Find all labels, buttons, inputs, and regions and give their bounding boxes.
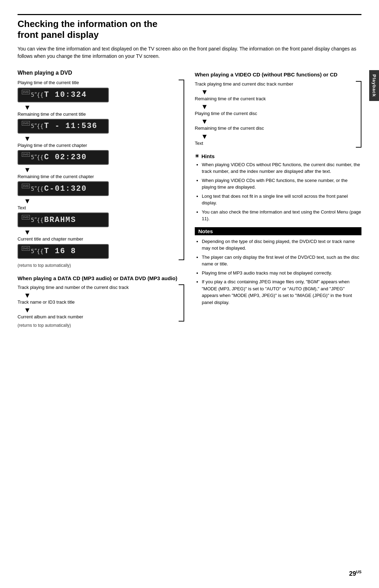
dvd-display-4: DVD 5ʺ{{ C-01:320	[18, 181, 109, 196]
vc-step-3: Playing time of the current disc	[195, 110, 354, 117]
vc-label-2: Remaining time of the current track	[195, 96, 354, 102]
dvd-brace	[179, 80, 184, 260]
dvd-step-6: Current title and chapter number DVD 5ʺ{…	[18, 236, 177, 258]
dvd-display-3: DVD 5ʺ{{ C 02:230	[18, 150, 109, 165]
dvd-step-2: Remaining time of the current title DVD …	[18, 111, 177, 134]
vc-label-1: Track playing time and current disc trac…	[195, 81, 354, 87]
data-step-3: Current album and track number	[18, 314, 177, 320]
lcd-3: C 02:230	[44, 153, 87, 162]
data-cd-brace	[179, 284, 184, 322]
dvd-heading: When playing a DVD	[18, 70, 184, 76]
video-cd-section: When playing a VIDEO CD (without PBC fun…	[195, 71, 361, 147]
notes-section: Notes Depending on the type of disc bein…	[195, 227, 361, 306]
dvd-label-6: Current title and chapter number	[18, 236, 177, 242]
data-cd-flow-steps: Track playing time and number of the cur…	[18, 284, 177, 322]
right-column: When playing a VIDEO CD (without PBC fun…	[195, 66, 361, 327]
two-column-layout: When playing a DVD Playing time of the c…	[18, 66, 361, 327]
dvd-badge-5: DVD	[22, 215, 30, 219]
dvd-badge-2: DVD	[22, 121, 30, 126]
hints-section: Hints When playing VIDEO CDs without PBC…	[195, 153, 361, 222]
arrow-1: ▼	[24, 104, 177, 111]
data-arrow-2: ▼	[24, 306, 177, 313]
signal-4: 5ʺ{{	[31, 185, 44, 192]
dvd-label-5: Text	[18, 205, 177, 211]
hints-title: Hints	[195, 153, 361, 159]
dvd-display-5: DVD 5ʺ{{ BRAHMS	[18, 212, 109, 227]
arrow-5: ▼	[24, 229, 177, 236]
lcd-2: T - 11:536	[44, 122, 98, 130]
note-item-3: Playing time of MP3 audio tracks may not…	[202, 270, 361, 277]
hint-item-2: When playing VIDEO CDs with PBC function…	[202, 177, 361, 191]
vc-arrow-3: ▼	[201, 118, 354, 125]
page-title-section: Checking the information on the front pa…	[18, 14, 361, 40]
lcd-5: BRAHMS	[44, 216, 76, 224]
dvd-display-1: DVD 5ʺ{{ T 10:324	[18, 88, 109, 102]
signal-5: 5ʺ{{	[31, 217, 44, 223]
data-label-1: Track playing time and number of the cur…	[18, 284, 177, 291]
video-cd-brace	[356, 81, 361, 148]
note-item-4: If you play a disc containing JPEG image…	[202, 278, 361, 306]
dvd-section: When playing a DVD Playing time of the c…	[18, 70, 184, 268]
data-arrow-1: ▼	[24, 292, 177, 299]
signal-1: 5ʺ{{	[31, 92, 44, 98]
dvd-badge-6: DVD	[22, 246, 30, 251]
vc-label-5: Text	[195, 140, 354, 147]
data-cd-section: When playing a DATA CD (MP3 audio) or DA…	[18, 275, 184, 328]
dvd-flow-steps: Playing time of the current title DVD 5ʺ…	[18, 80, 177, 260]
hint-item-1: When playing VIDEO CDs without PBC funct…	[202, 161, 361, 175]
vc-step-1: Track playing time and current disc trac…	[195, 81, 354, 87]
arrow-4: ▼	[24, 197, 177, 204]
signal-6: 5ʺ{{	[31, 248, 44, 255]
lcd-1: T 10:324	[44, 90, 87, 99]
note-item-2: The player can only display the first le…	[202, 254, 361, 268]
dvd-label-1: Playing time of the current title	[18, 80, 177, 86]
dvd-display-2: DVD 5ʺ{{ T - 11:536	[18, 119, 109, 134]
vc-step-4: Remaining time of the current disc	[195, 125, 354, 131]
page-container: Playback Checking the information on the…	[0, 0, 379, 588]
notes-list: Depending on the type of disc being play…	[195, 238, 361, 306]
arrow-3: ▼	[24, 166, 177, 173]
data-label-3: Current album and track number	[18, 314, 177, 320]
vc-label-4: Remaining time of the current disc	[195, 125, 354, 131]
notes-title: Notes	[195, 227, 361, 235]
dvd-badge-1: DVD	[22, 90, 30, 94]
dvd-step-5: Text DVD 5ʺ{{ BRAHMS	[18, 205, 177, 227]
hint-item-3: Long text that does not fit in a single …	[202, 193, 361, 207]
vc-arrow-1: ▼	[201, 88, 354, 95]
dvd-label-3: Playing time of the current chapter	[18, 142, 177, 149]
vc-arrow-4: ▼	[201, 133, 354, 140]
data-step-1: Track playing time and number of the cur…	[18, 284, 177, 291]
hint-item-4: You can also check the time information …	[202, 209, 361, 222]
dvd-label-2: Remaining time of the current title	[18, 111, 177, 117]
sidebar-tab: Playback	[369, 70, 379, 101]
dvd-label-4: Remaining time of the current chapter	[18, 174, 177, 180]
dvd-returns-note: (returns to top automatically)	[18, 263, 184, 268]
signal-2: 5ʺ{{	[31, 123, 44, 129]
page-title: Checking the information on the front pa…	[18, 19, 361, 40]
dvd-badge-3: DVD	[22, 152, 30, 157]
left-column: When playing a DVD Playing time of the c…	[18, 66, 184, 327]
video-cd-flow-steps: Track playing time and current disc trac…	[195, 81, 354, 148]
data-label-2: Track name or ID3 track title	[18, 299, 177, 305]
vc-step-2: Remaining time of the current track	[195, 96, 354, 102]
dvd-step-3: Playing time of the current chapter DVD …	[18, 142, 177, 165]
dvd-step-1: Playing time of the current title DVD 5ʺ…	[18, 80, 177, 102]
vc-label-3: Playing time of the current disc	[195, 110, 354, 117]
dvd-step-4: Remaining time of the current chapter DV…	[18, 174, 177, 196]
dvd-display-6: DVD 5ʺ{{ T 16 8	[18, 244, 109, 259]
page-number: 29US	[349, 570, 361, 577]
vc-arrow-2: ▼	[201, 103, 354, 110]
signal-3: 5ʺ{{	[31, 154, 44, 161]
lcd-6: T 16 8	[44, 247, 76, 256]
vc-step-5: Text	[195, 140, 354, 147]
hints-list: When playing VIDEO CDs without PBC funct…	[195, 161, 361, 222]
data-step-2: Track name or ID3 track title	[18, 299, 177, 305]
video-cd-heading: When playing a VIDEO CD (without PBC fun…	[195, 71, 361, 78]
arrow-2: ▼	[24, 135, 177, 142]
data-cd-heading: When playing a DATA CD (MP3 audio) or DA…	[18, 275, 184, 282]
intro-text: You can view the time information and te…	[18, 45, 361, 60]
sidebar-tab-label: Playback	[372, 74, 377, 97]
dvd-badge-4: DVD	[22, 184, 30, 188]
lcd-4: C-01:320	[44, 184, 87, 193]
data-cd-returns-note: (returns to top automatically)	[18, 323, 184, 328]
